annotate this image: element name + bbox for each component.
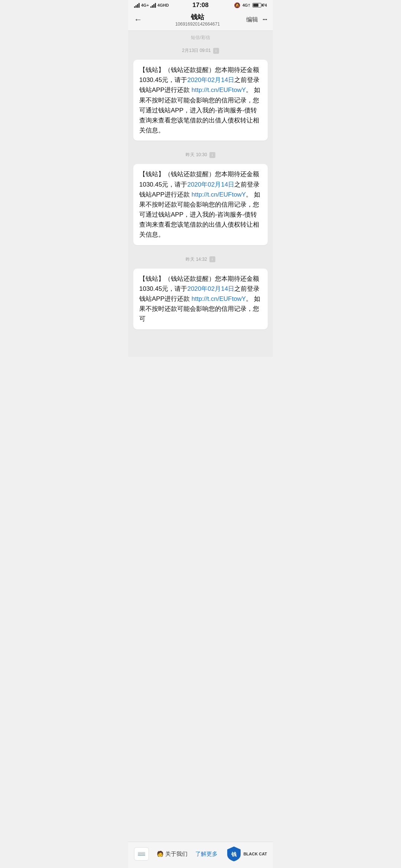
source-label: 短信/彩信 (191, 33, 210, 45)
msg2-link-url[interactable]: http://t.cn/EUFtowY (192, 191, 246, 198)
nav-title-container: 钱站 106916920142664671 (149, 13, 246, 27)
nav-title: 钱站 (149, 13, 246, 22)
message-bubble-3: 【钱站】（钱站还款提醒）您本期待还金额1030.45元，请于2020年02月14… (133, 269, 268, 329)
battery-percent: 74 (263, 3, 267, 7)
msg1-link-date[interactable]: 2020年02月14日 (187, 76, 234, 83)
msg1-link-url[interactable]: http://t.cn/EUFtowY (192, 86, 246, 93)
signal-label-1: 4G+ (141, 3, 149, 7)
status-bar: 4G+ 4GHD 17:08 🔕 4G† 74 (128, 0, 273, 10)
status-right: 🔕 4G† 74 (234, 2, 267, 8)
status-time: 17:08 (192, 1, 208, 9)
status-left: 4G+ 4GHD (134, 3, 169, 8)
nav-actions: 编辑 ··· (246, 16, 267, 24)
battery-fill (253, 4, 258, 7)
timestamp-3: 昨天 14:32 (186, 256, 207, 263)
network-label: 4G† (242, 3, 250, 7)
edit-button[interactable]: 编辑 (246, 16, 258, 24)
message-bubble-1: 【钱站】（钱站还款提醒）您本期待还金额1030.45元，请于2020年02月14… (133, 60, 268, 141)
msg3-link-url[interactable]: http://t.cn/EUFtowY (192, 295, 246, 302)
bell-icon: 🔕 (234, 2, 240, 8)
signal-label-2: 4GHD (157, 3, 169, 7)
timestamp-1: 2月13日 09:01 (182, 47, 211, 54)
msg-indicator-1: i (213, 48, 219, 54)
signal-icon (134, 3, 140, 8)
timestamp-row-2: 昨天 10:30 i (128, 146, 273, 162)
battery-container: 74 (252, 3, 267, 7)
nav-bar: ← 钱站 106916920142664671 编辑 ··· (128, 10, 273, 31)
more-button[interactable]: ··· (263, 16, 267, 24)
signal-icon-2 (150, 3, 156, 8)
back-button[interactable]: ← (134, 15, 149, 24)
timestamp-row-3: 昨天 14:32 i (128, 250, 273, 266)
msg1-text3: 。 如果不按时还款可能会影响您的信用记录，您可通过钱站APP，进入我的-咨询服务… (139, 86, 260, 134)
msg2-link-date[interactable]: 2020年02月14日 (187, 181, 234, 188)
battery-icon (252, 3, 261, 7)
message-area: 短信/彩信 2月13日 09:01 i 【钱站】（钱站还款提醒）您本期待还金额1… (128, 31, 273, 357)
timestamp-2: 昨天 10:30 (186, 152, 207, 158)
nav-subtitle: 106916920142664671 (149, 22, 246, 27)
message-bubble-2: 【钱站】（钱站还款提醒）您本期待还金额1030.45元，请于2020年02月14… (133, 164, 268, 245)
msg-indicator-3: i (209, 256, 215, 262)
msg-indicator-2: i (209, 152, 215, 158)
msg3-link-date[interactable]: 2020年02月14日 (187, 285, 234, 292)
